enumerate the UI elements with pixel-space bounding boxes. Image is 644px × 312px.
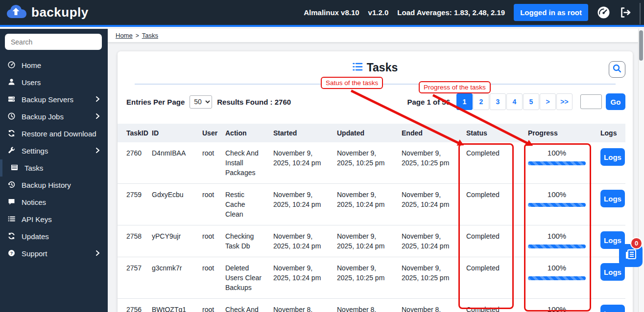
sidebar-item-settings[interactable]: Settings — [0, 142, 108, 159]
backuply-app: backuply Almalinux v8.10 v1.2.0 Load Ave… — [0, 0, 644, 312]
brand-logo[interactable]: backuply — [0, 3, 89, 22]
history-icon — [8, 181, 15, 190]
sidebar-item-home[interactable]: Home — [0, 57, 108, 74]
entries-per-page-select[interactable]: 50 — [190, 95, 212, 109]
question-icon: ? — [8, 249, 15, 258]
user-icon — [8, 78, 15, 87]
sidebar-item-backup-history[interactable]: Backup History — [0, 177, 108, 194]
cell-action: Check And Install Packages — [216, 142, 264, 184]
breadcrumb: Home > Tasks — [108, 29, 638, 43]
pagination: Page 1 of 56 1 2 3 4 5 > >> Go — [407, 93, 625, 110]
table-row: 2760 D4nmIBAA root Check And Install Pac… — [118, 142, 625, 184]
tasks-list-icon — [353, 62, 363, 74]
cell-id: D4nmIBAA — [143, 142, 193, 184]
scrollbar-header-segment — [640, 3, 641, 24]
tasks-card: Tasks Entries Per Page 50 Results Found … — [118, 51, 633, 312]
progress-percent: 100% — [548, 264, 566, 272]
annotation-progress-callout: Progress of the tasks — [419, 81, 491, 93]
sidebar-item-label: Support — [22, 249, 48, 258]
table-search-button[interactable] — [609, 61, 625, 78]
chevron-right-icon — [95, 95, 100, 104]
cell-user: root — [193, 299, 216, 312]
sidebar-item-restore-and-download[interactable]: Restore and Download — [0, 125, 108, 142]
logs-button[interactable]: Logs — [600, 148, 625, 166]
cell-status: Completed — [457, 257, 519, 299]
progress-bar — [528, 203, 586, 207]
sidebar-item-label: Backup Jobs — [22, 112, 64, 121]
sidebar-item-updates[interactable]: Updates — [0, 228, 108, 245]
load-averages-label: Load Averages: 1.83, 2.48, 2.19 — [397, 8, 505, 17]
cell-ended: November 8, 2025, 10:25 pm — [393, 299, 457, 312]
col-header-id: ID — [143, 124, 193, 142]
annotation-status-callout: Satus of the tasks — [321, 77, 383, 89]
cell-user: root — [193, 184, 216, 225]
vertical-scrollbar[interactable] — [638, 29, 644, 312]
breadcrumb-tasks-link[interactable]: Tasks — [142, 32, 158, 39]
sidebar-item-api-keys[interactable]: API Keys — [0, 211, 108, 228]
gauge-icon[interactable] — [597, 6, 610, 19]
sidebar-item-users[interactable]: Users — [0, 74, 108, 91]
breadcrumb-home-link[interactable]: Home — [116, 32, 133, 39]
svg-text:?: ? — [10, 250, 13, 255]
news-badge: 0 — [630, 237, 643, 249]
sidebar-item-backup-jobs[interactable]: Backup Jobs — [0, 108, 108, 125]
logs-button[interactable]: Logs — [600, 305, 625, 312]
server-icon — [8, 95, 15, 104]
sidebar-item-label: Tasks — [24, 164, 43, 172]
search-icon — [612, 64, 622, 75]
top-bar: backuply Almalinux v8.10 v1.2.0 Load Ave… — [0, 0, 644, 27]
logged-in-as-root-button[interactable]: Logged in as root — [514, 4, 588, 21]
cell-action: Check And Install Packages — [216, 299, 264, 312]
cell-status: Completed — [457, 184, 519, 225]
refresh-icon — [8, 232, 15, 241]
cell-taskid: 2759 — [118, 184, 143, 225]
progress-percent: 100% — [548, 149, 566, 157]
go-button[interactable]: Go — [606, 93, 625, 110]
cell-started: November 9, 2025, 10:24 pm — [264, 225, 328, 257]
sidebar-item-label: Backup History — [22, 181, 71, 189]
cell-updated: November 9, 2025, 10:24 pm — [328, 225, 393, 257]
page-last-button[interactable]: >> — [556, 93, 572, 110]
cell-taskid: 2760 — [118, 142, 143, 184]
cell-action: Restic Cache Clean — [216, 184, 264, 225]
sidebar-item-label: Settings — [22, 147, 48, 155]
results-found-label: Results Found : 2760 — [217, 98, 291, 106]
wrench-icon — [8, 147, 15, 156]
page-next-button[interactable]: > — [540, 93, 556, 110]
cell-id: yPCY9ujr — [143, 225, 193, 257]
sidebar-item-label: Notices — [22, 198, 46, 206]
cell-user: root — [193, 225, 216, 257]
sidebar-item-support[interactable]: ? Support — [0, 245, 108, 262]
logout-icon[interactable] — [619, 6, 631, 19]
page-button-4[interactable]: 4 — [506, 93, 523, 110]
page-button-3[interactable]: 3 — [490, 93, 506, 110]
cell-started: November 9, 2025, 10:24 pm — [264, 142, 328, 184]
goto-page-input[interactable] — [580, 94, 602, 109]
sidebar-item-label: API Keys — [22, 215, 52, 223]
cell-status: Completed — [457, 225, 519, 257]
cell-id: GdxyEcbu — [143, 184, 193, 225]
progress-bar — [528, 245, 586, 248]
page-button-2[interactable]: 2 — [473, 93, 489, 110]
sidebar-search-input[interactable] — [5, 34, 102, 50]
cell-status: Completed — [457, 299, 519, 312]
top-bar-right: Almalinux v8.10 v1.2.0 Load Averages: 1.… — [304, 4, 644, 21]
col-header-taskid: TaskID — [118, 124, 143, 142]
sidebar-item-backup-servers[interactable]: Backup Servers — [0, 91, 108, 108]
cell-started: November 8, 2025, 10:24 pm — [264, 299, 328, 312]
app-version-label: v1.2.0 — [368, 8, 389, 17]
table-row: 2756 BWtOZTg1 root Check And Install Pac… — [118, 299, 625, 312]
scrollbar-thumb[interactable] — [639, 30, 643, 61]
sidebar-item-notices[interactable]: Notices — [0, 194, 108, 211]
tasks-table: TaskID ID User Action Started Updated En… — [118, 124, 625, 312]
page-title: Tasks — [367, 61, 398, 74]
cell-id: g3cnmk7r — [143, 257, 193, 299]
page-button-5[interactable]: 5 — [523, 93, 539, 110]
table-header-row: TaskID ID User Action Started Updated En… — [118, 124, 625, 142]
cell-user: root — [193, 142, 216, 184]
cell-taskid: 2756 — [118, 299, 143, 312]
sidebar-item-tasks[interactable]: Tasks — [0, 159, 108, 177]
logs-button[interactable]: Logs — [600, 190, 625, 207]
chevron-right-icon — [95, 249, 100, 258]
brand-name: backuply — [31, 5, 89, 20]
